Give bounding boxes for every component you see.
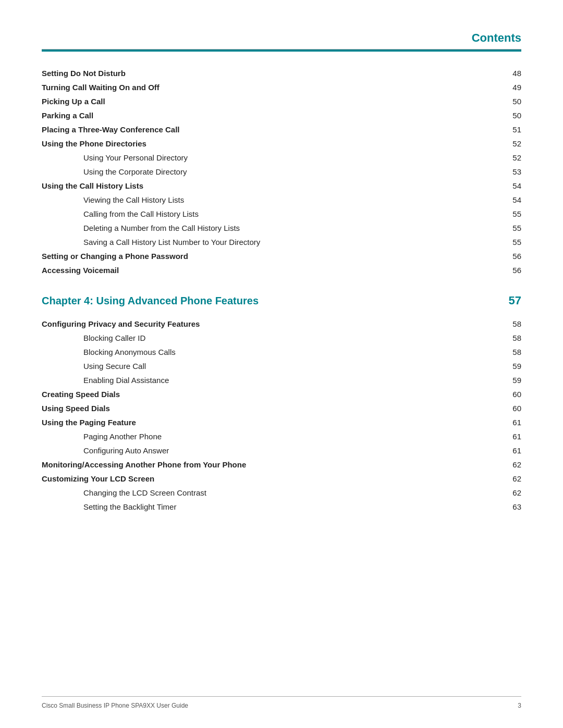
toc-entry-title: Parking a Call — [42, 111, 93, 120]
toc-entry-page: 54 — [506, 181, 521, 190]
toc-entry-page: 48 — [506, 69, 521, 78]
footer: Cisco Small Business IP Phone SPA9XX Use… — [42, 702, 521, 709]
header-section: Contents — [42, 31, 521, 45]
toc-entry-page: 62 — [506, 488, 521, 497]
toc-entry: Setting or Changing a Phone Password56 — [42, 249, 521, 263]
toc-entry-page: 56 — [506, 252, 521, 261]
toc-entry-title: Changing the LCD Screen Contrast — [83, 488, 206, 497]
toc-entry: Configuring Privacy and Security Feature… — [42, 317, 521, 331]
toc-entry-title: Using the Phone Directories — [42, 139, 146, 148]
toc-entry: Saving a Call History List Number to You… — [42, 235, 521, 249]
toc-entry-page: 60 — [506, 404, 521, 413]
toc-entry: Paging Another Phone61 — [42, 429, 521, 443]
toc-entry: Turning Call Waiting On and Off49 — [42, 80, 521, 94]
toc-entry-title: Using the Corporate Directory — [83, 167, 187, 176]
toc-entry-title: Using the Call History Lists — [42, 181, 143, 190]
bottom-divider — [42, 696, 521, 697]
toc-entry: Deleting a Number from the Call History … — [42, 221, 521, 235]
toc-entry-page: 50 — [506, 111, 521, 120]
toc-entry: Using the Phone Directories52 — [42, 137, 521, 151]
toc-entry: Calling from the Call History Lists55 — [42, 207, 521, 221]
toc-entry-page: 49 — [506, 83, 521, 92]
toc-entry: Parking a Call50 — [42, 108, 521, 122]
toc-entry: Placing a Three-Way Conference Call51 — [42, 122, 521, 137]
toc-entry: Using Speed Dials60 — [42, 401, 521, 415]
toc-entry: Viewing the Call History Lists54 — [42, 193, 521, 207]
toc-entry-title: Using the Paging Feature — [42, 418, 136, 427]
toc-entry-title: Setting Do Not Disturb — [42, 69, 126, 78]
toc-entry-title: Setting or Changing a Phone Password — [42, 252, 188, 261]
chapter4-heading-row: Chapter 4: Using Advanced Phone Features… — [42, 294, 521, 307]
toc-entry-page: 61 — [506, 432, 521, 441]
footer-right: 3 — [518, 702, 521, 709]
toc-entry: Monitoring/Accessing Another Phone from … — [42, 458, 521, 472]
toc-entry-page: 52 — [506, 139, 521, 148]
chapter4-heading-page: 57 — [509, 294, 521, 307]
toc-entry-page: 59 — [506, 376, 521, 385]
toc-entry-title: Setting the Backlight Timer — [83, 502, 176, 511]
toc-entry: Using Your Personal Directory52 — [42, 151, 521, 165]
toc-entry-title: Using Secure Call — [83, 362, 146, 371]
toc-entry-page: 58 — [506, 334, 521, 342]
toc-entry: Blocking Caller ID58 — [42, 331, 521, 345]
toc-entry-title: Accessing Voicemail — [42, 266, 119, 275]
toc-entry-title: Using Your Personal Directory — [83, 153, 188, 162]
toc-entry: Picking Up a Call50 — [42, 94, 521, 108]
toc-entry-page: 55 — [506, 238, 521, 246]
toc-entry-page: 62 — [506, 460, 521, 469]
toc-entry: Using Secure Call59 — [42, 359, 521, 373]
toc-entry: Creating Speed Dials60 — [42, 387, 521, 401]
toc-entry-title: Deleting a Number from the Call History … — [83, 224, 240, 232]
toc-entry-page: 61 — [506, 418, 521, 427]
toc-entry-page: 55 — [506, 209, 521, 218]
toc-entry-page: 52 — [506, 153, 521, 162]
toc-entry: Customizing Your LCD Screen62 — [42, 472, 521, 486]
toc-entry-title: Configuring Auto Answer — [83, 446, 169, 455]
chapter4-entries-section: Configuring Privacy and Security Feature… — [42, 317, 521, 514]
toc-entry-title: Monitoring/Accessing Another Phone from … — [42, 460, 246, 469]
toc-entry-title: Blocking Caller ID — [83, 334, 145, 342]
toc-entry-page: 58 — [506, 348, 521, 356]
toc-entry: Using the Paging Feature61 — [42, 415, 521, 429]
toc-entry-title: Saving a Call History List Number to You… — [83, 238, 260, 246]
toc-entry-page: 63 — [506, 502, 521, 511]
toc-entry: Configuring Auto Answer61 — [42, 443, 521, 458]
toc-entry-title: Turning Call Waiting On and Off — [42, 83, 160, 92]
toc-entry: Enabling Dial Assistance59 — [42, 373, 521, 387]
toc-entry-page: 56 — [506, 266, 521, 275]
toc-entry: Using the Corporate Directory53 — [42, 165, 521, 179]
toc-entry-page: 54 — [506, 195, 521, 204]
toc-entry-page: 55 — [506, 224, 521, 232]
toc-entry-title: Paging Another Phone — [83, 432, 162, 441]
toc-entry: Setting Do Not Disturb48 — [42, 66, 521, 80]
toc-entry-title: Calling from the Call History Lists — [83, 209, 199, 218]
toc-entry-page: 51 — [506, 125, 521, 134]
toc-entry-page: 58 — [506, 319, 521, 328]
toc-entry-page: 60 — [506, 390, 521, 399]
contents-title: Contents — [472, 31, 521, 45]
toc-entry-title: Blocking Anonymous Calls — [83, 348, 176, 356]
toc-entry-page: 62 — [506, 474, 521, 483]
toc-entry: Using the Call History Lists54 — [42, 179, 521, 193]
chapter4-heading-title: Chapter 4: Using Advanced Phone Features — [42, 295, 259, 307]
toc-entry-title: Viewing the Call History Lists — [83, 195, 184, 204]
toc-entry: Accessing Voicemail56 — [42, 263, 521, 277]
toc-entry: Changing the LCD Screen Contrast62 — [42, 486, 521, 500]
toc-entry-title: Configuring Privacy and Security Feature… — [42, 319, 200, 328]
toc-entry-title: Customizing Your LCD Screen — [42, 474, 154, 483]
toc-entry: Setting the Backlight Timer63 — [42, 500, 521, 514]
toc-entry-title: Creating Speed Dials — [42, 390, 120, 399]
toc-entry-page: 61 — [506, 446, 521, 455]
header-accent-bar — [42, 50, 521, 52]
toc-entry-title: Picking Up a Call — [42, 97, 105, 106]
footer-left: Cisco Small Business IP Phone SPA9XX Use… — [42, 702, 188, 709]
toc-entry-title: Placing a Three-Way Conference Call — [42, 125, 180, 134]
page-container: Contents Setting Do Not Disturb48Turning… — [0, 0, 563, 728]
toc-entry-page: 53 — [506, 167, 521, 176]
toc-entry-page: 59 — [506, 362, 521, 371]
toc-section: Setting Do Not Disturb48Turning Call Wai… — [42, 66, 521, 277]
toc-entry-title: Enabling Dial Assistance — [83, 376, 169, 385]
toc-entry-page: 50 — [506, 97, 521, 106]
toc-entry-title: Using Speed Dials — [42, 404, 110, 413]
toc-entry: Blocking Anonymous Calls58 — [42, 345, 521, 359]
